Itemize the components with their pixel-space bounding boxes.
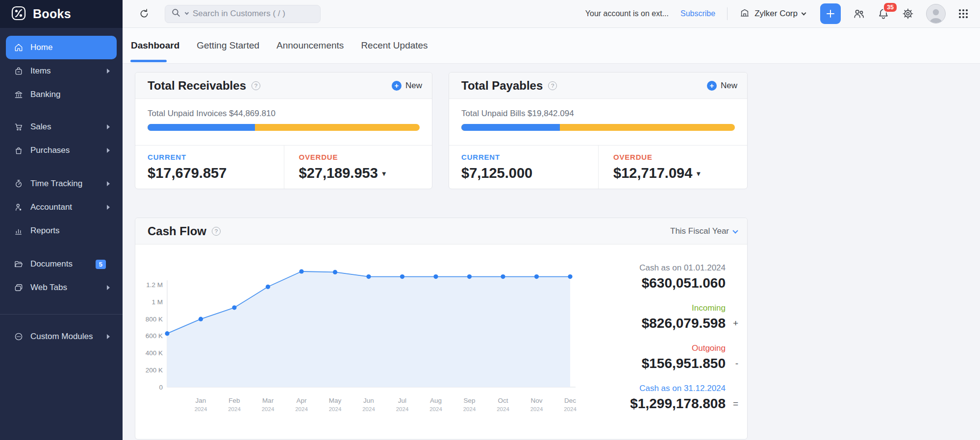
tab-getting-started[interactable]: Getting Started [196,28,260,64]
tab-announcements[interactable]: Announcements [276,28,344,64]
incoming-block: Incoming $826,079.598+ [595,303,738,331]
new-payable-button[interactable]: + New [707,81,737,91]
sidebar-item-time-tracking[interactable]: Time Tracking [6,172,117,196]
overdue-column: OVERDUE $27,189.953▾ [284,146,432,189]
svg-text:600 K: 600 K [146,332,163,340]
help-icon[interactable]: ? [251,81,260,90]
sidebar-item-purchases[interactable]: Purchases [6,139,117,162]
chevron-right-icon [107,181,110,186]
stat-value: $630,051.060 [642,275,726,291]
sidebar-item-label: Custom Modules [30,332,100,342]
sidebar-item-reports[interactable]: Reports [6,219,117,243]
org-selector[interactable]: Zylker Corp [739,7,805,20]
quick-create-button[interactable] [820,3,841,24]
apps-grid-icon[interactable] [957,8,969,20]
user-avatar[interactable] [926,4,946,24]
org-name: Zylker Corp [754,9,798,19]
chevron-right-icon [107,148,110,153]
svg-text:200 K: 200 K [146,367,163,374]
help-icon[interactable]: ? [212,227,221,236]
stat-label: Outgoing [595,343,738,353]
search-scope-chevron-icon[interactable] [185,11,189,15]
overdue-label: OVERDUE [299,153,432,161]
svg-text:2024: 2024 [195,406,207,412]
stat-label: Cash as on 01.01.2024 [595,263,738,273]
sidebar-item-label: Items [30,66,100,76]
sidebar-divider [0,314,123,315]
svg-text:Jul: Jul [398,397,406,404]
search-icon [171,8,181,20]
chevron-down-icon [802,10,806,15]
users-icon[interactable] [853,7,865,20]
sidebar-item-items[interactable]: Items [6,59,117,83]
sidebar-item-label: Time Tracking [30,179,100,189]
payables-progress-fill [461,124,560,131]
svg-text:2024: 2024 [564,406,577,412]
home-icon [14,43,24,52]
app-name: Books [33,7,71,21]
sidebar-item-label: Sales [30,122,100,132]
sidebar-item-accountant[interactable]: Accountant [6,196,117,219]
sidebar-item-banking[interactable]: Banking [6,83,117,106]
fiscal-year-select[interactable]: This Fiscal Year [670,226,737,236]
svg-text:1.2 M: 1.2 M [146,281,163,289]
dashboard-tabstrip: Dashboard Getting Started Announcements … [123,28,980,64]
svg-text:2024: 2024 [228,406,241,412]
svg-text:2024: 2024 [262,406,275,412]
sidebar-item-custom-modules[interactable]: Custom Modules [6,325,117,348]
card-header: Cash Flow ? This Fiscal Year [135,218,747,244]
card-header: Total Receivables ? + New [135,73,432,99]
current-label: CURRENT [148,153,284,161]
items-icon [14,66,24,76]
sidebar-item-label: Purchases [30,146,100,155]
overdue-column: OVERDUE $12,717.094▾ [598,146,747,189]
subscribe-link[interactable]: Subscribe [680,9,715,18]
app-logo[interactable]: Books [0,0,123,28]
svg-text:Oct: Oct [498,397,508,404]
sidebar-item-home[interactable]: Home [6,36,117,59]
svg-text:Mar: Mar [262,397,274,404]
overdue-amount-dropdown[interactable]: $27,189.953▾ [299,165,432,181]
organization-icon [739,7,750,20]
sidebar: Home Items Banking Sales Purchases Time … [0,28,123,440]
overdue-label: OVERDUE [613,153,747,161]
sidebar-item-sales[interactable]: Sales [6,115,117,139]
notifications-bell-icon[interactable]: 35 [877,7,890,20]
chevron-down-icon [732,228,738,233]
svg-text:Apr: Apr [296,397,307,404]
current-label: CURRENT [461,153,598,161]
stat-symbol: = [726,398,738,409]
dropdown-caret-icon: ▾ [382,170,386,177]
search-input[interactable] [193,9,301,19]
sidebar-item-label: Reports [30,226,110,236]
notification-count-badge: 35 [883,2,898,13]
opening-balance-block: Cash as on 01.01.2024 $630,051.060 [595,263,738,291]
help-icon[interactable]: ? [548,81,557,90]
documents-count-badge: 5 [96,260,106,269]
total-receivables-card: Total Receivables ? + New Total Unpaid I… [135,72,432,189]
new-receivable-button[interactable]: + New [392,81,422,91]
topbar-main: Your account is on ext... Subscribe Zylk… [123,0,980,27]
stat-value: $826,079.598 [642,316,726,331]
tab-recent-updates[interactable]: Recent Updates [360,28,428,64]
svg-text:2024: 2024 [530,406,543,412]
tab-dashboard[interactable]: Dashboard [130,28,180,64]
sidebar-item-web-tabs[interactable]: Web Tabs [6,276,117,299]
refresh-icon[interactable] [138,8,150,20]
stat-label: Cash as on 31.12.2024 [595,384,738,393]
custom-modules-icon [14,332,24,342]
svg-text:2024: 2024 [463,406,476,412]
cash-flow-chart[interactable]: 0200 K400 K600 K800 K1 M1.2 MJan2024Feb2… [144,258,585,430]
stat-symbol: + [726,318,738,329]
overdue-amount-dropdown[interactable]: $12,717.094▾ [613,165,747,181]
outgoing-block: Outgoing $156,951.850- [595,343,738,371]
svg-text:2024: 2024 [396,406,409,412]
search-box[interactable] [165,5,321,23]
sidebar-item-label: Accountant [30,202,100,212]
sidebar-item-documents[interactable]: Documents 5 [6,252,117,276]
plus-icon: + [392,81,402,91]
current-amount: $7,125.000 [461,165,598,181]
svg-text:2024: 2024 [329,406,342,412]
settings-gear-icon[interactable] [902,7,914,20]
svg-text:Jan: Jan [196,397,206,404]
